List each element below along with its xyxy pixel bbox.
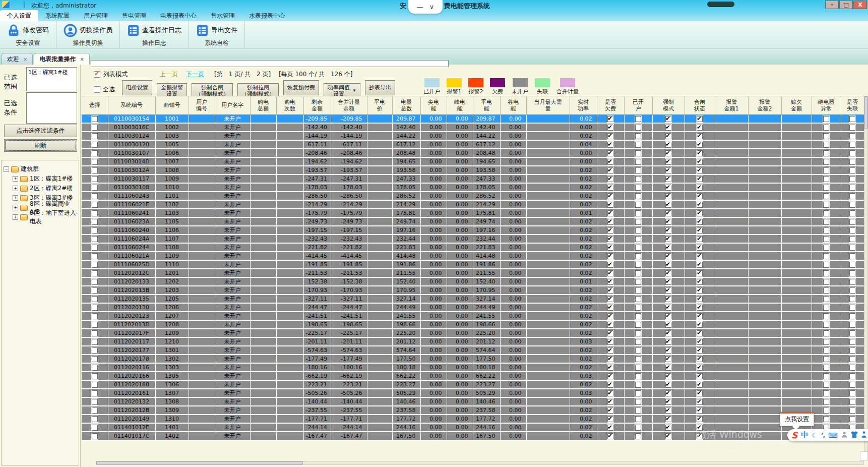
column-header-20[interactable]: 合闸 状态 bbox=[685, 96, 715, 115]
closed-checkbox[interactable] bbox=[697, 407, 703, 414]
tree-item-1[interactable]: +2区：碟寓2#楼 bbox=[4, 184, 79, 193]
lost-checkbox[interactable] bbox=[849, 296, 855, 302]
prev-page-link[interactable]: 上一页 bbox=[160, 70, 178, 79]
table-row[interactable]: 01100301201005未开户-617.11-617.11617.120.0… bbox=[82, 140, 864, 149]
lost-checkbox[interactable] bbox=[849, 305, 855, 311]
opened-checkbox[interactable] bbox=[635, 125, 641, 131]
capture-minimize-icon[interactable]: — bbox=[417, 4, 423, 10]
column-header-2[interactable]: 商铺号 bbox=[155, 96, 189, 115]
table-row[interactable]: 01100301241003未开户-144.19-144.19144.220.0… bbox=[82, 132, 864, 140]
relay-checkbox[interactable] bbox=[823, 245, 829, 251]
expand-icon[interactable]: + bbox=[13, 214, 18, 220]
opened-checkbox[interactable] bbox=[635, 339, 641, 345]
owing-checkbox[interactable] bbox=[607, 433, 613, 439]
lost-checkbox[interactable] bbox=[849, 347, 855, 354]
row-select-checkbox[interactable] bbox=[92, 193, 98, 199]
table-row[interactable]: 011106023A1105未开户-249.73-249.73249.740.0… bbox=[82, 217, 864, 226]
row-select-checkbox[interactable] bbox=[92, 382, 98, 388]
keyboard-icon[interactable]: ⌨ bbox=[828, 432, 838, 439]
menu-tab-4[interactable]: 电表报表中心 bbox=[153, 10, 204, 21]
relay-checkbox[interactable] bbox=[823, 347, 829, 354]
lost-checkbox[interactable] bbox=[849, 245, 855, 251]
lost-checkbox[interactable] bbox=[849, 365, 855, 371]
tree-root[interactable]: −建筑群 bbox=[4, 164, 79, 174]
menu-tab-2[interactable]: 用户管理 bbox=[77, 10, 115, 21]
owing-checkbox[interactable] bbox=[607, 347, 613, 354]
tree-item-4[interactable]: +9区：地下室进入-电表 bbox=[4, 212, 79, 222]
lost-checkbox[interactable] bbox=[849, 133, 855, 139]
closed-checkbox[interactable] bbox=[697, 433, 703, 439]
forced-checkbox[interactable] bbox=[665, 270, 671, 276]
person-icon[interactable] bbox=[841, 431, 847, 439]
owing-checkbox[interactable] bbox=[607, 245, 613, 251]
column-header-18[interactable]: 已开 户 bbox=[624, 96, 652, 115]
lost-checkbox[interactable] bbox=[849, 356, 855, 362]
column-header-6[interactable]: 购电 次数 bbox=[276, 96, 303, 115]
table-row[interactable]: 01100301541001未开户-209.85-209.85209.870.0… bbox=[82, 115, 864, 124]
owing-checkbox[interactable] bbox=[607, 313, 613, 319]
closed-checkbox[interactable] bbox=[697, 287, 703, 294]
column-header-21[interactable]: 报警 金额1 bbox=[715, 96, 748, 115]
owing-checkbox[interactable] bbox=[607, 407, 613, 414]
opened-checkbox[interactable] bbox=[635, 176, 641, 182]
column-header-17[interactable]: 是否 欠费 bbox=[597, 96, 624, 115]
collapse-icon[interactable]: − bbox=[4, 166, 9, 172]
lost-checkbox[interactable] bbox=[849, 219, 855, 225]
capture-chevron-icon[interactable]: ∨ bbox=[429, 4, 435, 10]
sogou-logo-icon[interactable]: S bbox=[791, 430, 797, 440]
relay-checkbox[interactable] bbox=[823, 185, 829, 191]
ribbon-button-1[interactable]: 切换操作员 bbox=[61, 22, 114, 38]
row-select-checkbox[interactable] bbox=[92, 347, 98, 354]
column-header-3[interactable]: 用户 编号 bbox=[189, 96, 215, 115]
relay-checkbox[interactable] bbox=[823, 167, 829, 173]
opened-checkbox[interactable] bbox=[635, 150, 641, 156]
closed-checkbox[interactable] bbox=[697, 322, 703, 328]
column-header-16[interactable]: 实时 功率 bbox=[570, 96, 597, 115]
opened-checkbox[interactable] bbox=[635, 365, 641, 371]
closed-checkbox[interactable] bbox=[697, 399, 703, 405]
relay-checkbox[interactable] bbox=[823, 236, 829, 242]
forced-checkbox[interactable] bbox=[665, 330, 671, 336]
forced-checkbox[interactable] bbox=[665, 407, 671, 414]
lost-checkbox[interactable] bbox=[849, 236, 855, 242]
refresh-button[interactable]: 刷新 bbox=[4, 139, 77, 152]
row-select-checkbox[interactable] bbox=[92, 125, 98, 131]
owing-checkbox[interactable] bbox=[607, 116, 613, 122]
opened-checkbox[interactable] bbox=[635, 185, 641, 191]
lost-checkbox[interactable] bbox=[849, 407, 855, 414]
row-select-checkbox[interactable] bbox=[92, 185, 98, 191]
owing-checkbox[interactable] bbox=[607, 193, 613, 199]
relay-checkbox[interactable] bbox=[823, 399, 829, 405]
moon-icon[interactable]: ☾ bbox=[812, 432, 818, 439]
closed-checkbox[interactable] bbox=[697, 159, 703, 165]
table-row[interactable]: 01120201321308未开户-140.44-140.44140.460.0… bbox=[82, 397, 864, 406]
relay-checkbox[interactable] bbox=[823, 253, 829, 259]
table-row[interactable]: 011202013D1208未开户-198.65-198.65198.660.0… bbox=[82, 320, 864, 329]
opened-checkbox[interactable] bbox=[635, 305, 641, 311]
opened-checkbox[interactable] bbox=[635, 433, 641, 439]
close-tab-icon[interactable]: × bbox=[23, 56, 27, 62]
row-select-checkbox[interactable] bbox=[92, 245, 98, 251]
lost-checkbox[interactable] bbox=[849, 116, 855, 122]
relay-checkbox[interactable] bbox=[823, 279, 829, 285]
table-row[interactable]: 011401012E1401未开户-244.14-244.14244.160.0… bbox=[82, 423, 864, 432]
forced-checkbox[interactable] bbox=[665, 305, 671, 311]
owing-checkbox[interactable] bbox=[607, 185, 613, 191]
forced-checkbox[interactable] bbox=[665, 262, 671, 268]
row-select-checkbox[interactable] bbox=[92, 407, 98, 414]
closed-checkbox[interactable] bbox=[697, 185, 703, 191]
table-row[interactable]: 01120201801306未开户-223.21-223.21223.270.0… bbox=[82, 380, 864, 389]
opened-checkbox[interactable] bbox=[635, 373, 641, 379]
row-select-checkbox[interactable] bbox=[92, 313, 98, 319]
ime-language-icon[interactable]: 中 bbox=[801, 431, 808, 440]
lost-checkbox[interactable] bbox=[849, 193, 855, 199]
row-select-checkbox[interactable] bbox=[92, 425, 98, 431]
owing-checkbox[interactable] bbox=[607, 150, 613, 156]
closed-checkbox[interactable] bbox=[697, 245, 703, 251]
row-select-checkbox[interactable] bbox=[92, 227, 98, 234]
owing-checkbox[interactable] bbox=[607, 373, 613, 379]
table-row[interactable]: 01120201231207未开户-241.51-241.51241.550.0… bbox=[82, 312, 864, 320]
relay-checkbox[interactable] bbox=[823, 365, 829, 371]
row-select-checkbox[interactable] bbox=[92, 167, 98, 173]
opened-checkbox[interactable] bbox=[635, 279, 641, 285]
